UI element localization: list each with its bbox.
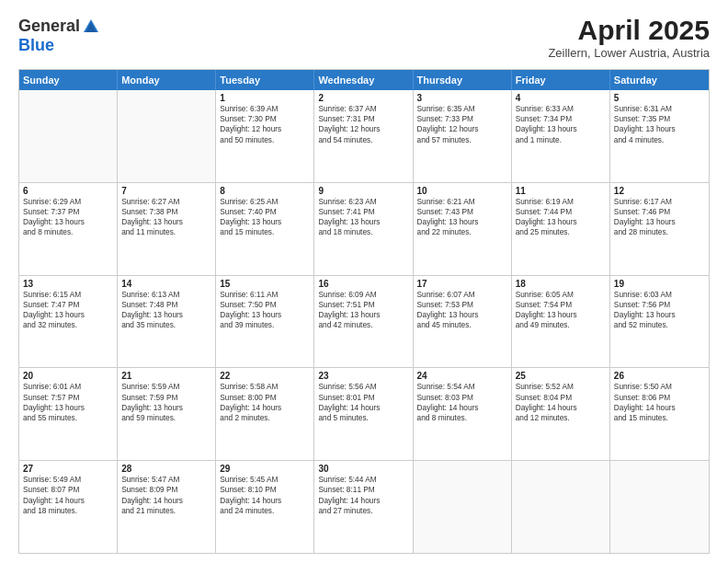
day-number: 7 — [121, 186, 211, 196]
cell-info-line: and 54 minutes. — [318, 135, 408, 145]
cell-info-line: Sunset: 7:46 PM — [614, 207, 705, 217]
calendar-week-2: 13Sunrise: 6:15 AMSunset: 7:47 PMDayligh… — [19, 276, 709, 369]
calendar-cell: 2Sunrise: 6:37 AMSunset: 7:31 PMDaylight… — [314, 90, 413, 182]
cell-info-line: Daylight: 13 hours — [220, 217, 310, 227]
cell-info-line: Sunset: 7:38 PM — [121, 207, 211, 217]
cell-info-line: and 1 minute. — [516, 135, 606, 145]
cell-info-line: and 32 minutes. — [23, 320, 113, 330]
calendar-cell: 24Sunrise: 5:54 AMSunset: 8:03 PMDayligh… — [414, 368, 512, 460]
cell-info-line: and 50 minutes. — [220, 135, 310, 145]
cell-info-line: Sunrise: 6:21 AM — [417, 197, 507, 207]
calendar-cell: 16Sunrise: 6:09 AMSunset: 7:51 PMDayligh… — [314, 276, 413, 368]
calendar-header: SundayMondayTuesdayWednesdayThursdayFrid… — [19, 70, 709, 90]
day-number: 12 — [614, 186, 705, 196]
cell-info-line: Sunset: 7:53 PM — [417, 300, 507, 310]
calendar-cell — [610, 461, 709, 553]
cell-info-line: Daylight: 14 hours — [318, 403, 408, 413]
cell-info-line: Sunset: 8:01 PM — [318, 393, 408, 403]
header: General Blue April 2025 Zeillern, Lower … — [18, 17, 710, 60]
cell-info-line: Daylight: 13 hours — [121, 217, 211, 227]
day-number: 17 — [417, 279, 507, 289]
cell-info-line: Daylight: 13 hours — [614, 310, 705, 320]
cell-info-line: and 18 minutes. — [318, 227, 408, 237]
day-number: 26 — [614, 371, 705, 381]
calendar-cell: 13Sunrise: 6:15 AMSunset: 7:47 PMDayligh… — [19, 276, 118, 368]
cell-info-line: Daylight: 13 hours — [23, 403, 113, 413]
cell-info-line: Daylight: 14 hours — [121, 496, 211, 506]
cell-info-line: and 5 minutes. — [318, 413, 408, 423]
location: Zeillern, Lower Austria, Austria — [548, 46, 710, 60]
cell-info-line: Daylight: 14 hours — [614, 403, 705, 413]
cell-info-line: Sunrise: 6:25 AM — [220, 197, 310, 207]
cell-info-line: Sunset: 7:35 PM — [614, 114, 705, 124]
cell-info-line: Sunrise: 6:29 AM — [23, 197, 113, 207]
calendar-cell: 19Sunrise: 6:03 AMSunset: 7:56 PMDayligh… — [610, 276, 709, 368]
header-right: April 2025 Zeillern, Lower Austria, Aust… — [548, 17, 710, 60]
day-number: 18 — [516, 279, 606, 289]
cell-info-line: Sunset: 7:50 PM — [220, 300, 310, 310]
cell-info-line: Sunset: 7:34 PM — [516, 114, 606, 124]
cell-info-line: Sunset: 7:37 PM — [23, 207, 113, 217]
cell-info-line: and 15 minutes. — [220, 227, 310, 237]
cell-info-line: Sunrise: 6:27 AM — [121, 197, 211, 207]
calendar-cell: 9Sunrise: 6:23 AMSunset: 7:41 PMDaylight… — [314, 183, 413, 275]
cell-info-line: Sunrise: 6:23 AM — [318, 197, 408, 207]
cell-info-line: and 57 minutes. — [417, 135, 507, 145]
cell-info-line: and 24 minutes. — [220, 506, 310, 516]
cell-info-line: Daylight: 13 hours — [516, 217, 606, 227]
calendar-cell: 27Sunrise: 5:49 AMSunset: 8:07 PMDayligh… — [19, 461, 118, 553]
cell-info-line: and 4 minutes. — [614, 135, 705, 145]
calendar-cell: 15Sunrise: 6:11 AMSunset: 7:50 PMDayligh… — [216, 276, 314, 368]
day-number: 9 — [318, 186, 408, 196]
cell-info-line: and 28 minutes. — [614, 227, 705, 237]
cell-info-line: and 8 minutes. — [417, 413, 507, 423]
day-number: 3 — [417, 93, 507, 103]
cell-info-line: Sunrise: 5:45 AM — [220, 475, 310, 485]
cell-info-line: Daylight: 13 hours — [614, 217, 705, 227]
calendar-cell — [19, 90, 118, 182]
day-number: 14 — [121, 279, 211, 289]
cell-info-line: and 22 minutes. — [417, 227, 507, 237]
day-number: 16 — [318, 279, 408, 289]
calendar-cell: 20Sunrise: 6:01 AMSunset: 7:57 PMDayligh… — [19, 368, 118, 460]
cell-info-line: Daylight: 13 hours — [417, 310, 507, 320]
cell-info-line: Sunrise: 5:47 AM — [121, 475, 211, 485]
cell-info-line: Sunset: 8:10 PM — [220, 485, 310, 495]
cell-info-line: Sunrise: 6:03 AM — [614, 290, 705, 300]
cell-info-line: Sunset: 7:40 PM — [220, 207, 310, 217]
cell-info-line: Daylight: 13 hours — [614, 124, 705, 134]
cell-info-line: Daylight: 13 hours — [318, 217, 408, 227]
cell-info-line: and 59 minutes. — [121, 413, 211, 423]
cell-info-line: Sunset: 7:31 PM — [318, 114, 408, 124]
cell-info-line: Sunrise: 5:52 AM — [516, 382, 606, 392]
cell-info-line: Sunset: 7:57 PM — [23, 393, 113, 403]
calendar-cell: 30Sunrise: 5:44 AMSunset: 8:11 PMDayligh… — [314, 461, 413, 553]
cell-info-line: Daylight: 13 hours — [121, 403, 211, 413]
cell-info-line: and 55 minutes. — [23, 413, 113, 423]
cell-info-line: Sunrise: 6:11 AM — [220, 290, 310, 300]
calendar-week-1: 6Sunrise: 6:29 AMSunset: 7:37 PMDaylight… — [19, 183, 709, 276]
weekday-header-sunday: Sunday — [19, 70, 118, 90]
cell-info-line: Sunrise: 5:44 AM — [318, 475, 408, 485]
cell-info-line: Sunrise: 6:19 AM — [516, 197, 606, 207]
day-number: 27 — [23, 464, 113, 474]
cell-info-line: Daylight: 13 hours — [23, 310, 113, 320]
calendar-cell: 11Sunrise: 6:19 AMSunset: 7:44 PMDayligh… — [512, 183, 610, 275]
cell-info-line: Daylight: 13 hours — [220, 310, 310, 320]
cell-info-line: Sunset: 7:33 PM — [417, 114, 507, 124]
day-number: 25 — [516, 371, 606, 381]
cell-info-line: and 18 minutes. — [23, 506, 113, 516]
calendar-cell: 29Sunrise: 5:45 AMSunset: 8:10 PMDayligh… — [216, 461, 314, 553]
day-number: 20 — [23, 371, 113, 381]
cell-info-line: Sunrise: 5:58 AM — [220, 382, 310, 392]
cell-info-line: Sunrise: 5:49 AM — [23, 475, 113, 485]
cell-info-line: and 8 minutes. — [23, 227, 113, 237]
cell-info-line: and 35 minutes. — [121, 320, 211, 330]
cell-info-line: Sunrise: 6:01 AM — [23, 382, 113, 392]
day-number: 24 — [417, 371, 507, 381]
calendar-cell — [118, 90, 216, 182]
cell-info-line: and 52 minutes. — [614, 320, 705, 330]
calendar-week-4: 27Sunrise: 5:49 AMSunset: 8:07 PMDayligh… — [19, 461, 709, 553]
cell-info-line: and 21 minutes. — [121, 506, 211, 516]
calendar-week-3: 20Sunrise: 6:01 AMSunset: 7:57 PMDayligh… — [19, 368, 709, 461]
